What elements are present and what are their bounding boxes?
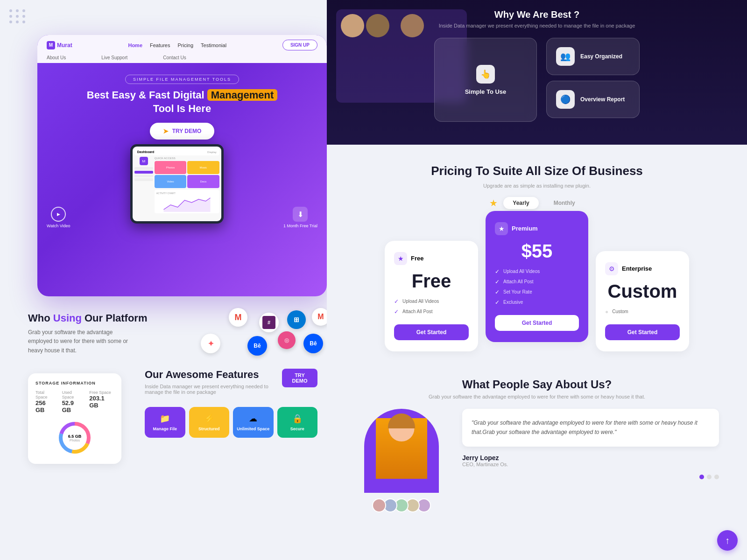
check-w-4: ✓ bbox=[495, 299, 500, 306]
nav-dot-3[interactable] bbox=[714, 475, 719, 479]
sidebar-logo: M bbox=[140, 157, 148, 165]
tab-yearly[interactable]: Yearly bbox=[503, 197, 538, 209]
free-cta-button[interactable]: Get Started bbox=[394, 324, 469, 340]
reviewer-avatars bbox=[355, 498, 448, 512]
signup-button[interactable]: SIGN UP bbox=[282, 40, 317, 50]
right-panel: Why We Are Best ? Inside Data manager we… bbox=[327, 0, 747, 560]
features-cta-button[interactable]: TRY DEMO bbox=[282, 369, 317, 387]
enterprise-cta-button[interactable]: Get Started bbox=[605, 324, 680, 340]
chevron-up-icon: ↑ bbox=[725, 535, 730, 546]
check-w-3: ✓ bbox=[495, 289, 500, 295]
behance-logo-2: Bē bbox=[303, 334, 323, 353]
features-desc: Inside Data manager we present everythin… bbox=[145, 384, 282, 395]
nav-contact[interactable]: Contact Us bbox=[163, 55, 186, 60]
why-card-organized: 👥 Easy Organized bbox=[546, 38, 640, 75]
feature-name-3: Secure bbox=[281, 427, 314, 431]
play-button[interactable]: ▶ bbox=[51, 207, 66, 222]
premium-badge: ★ Premium bbox=[495, 222, 579, 235]
person-shape bbox=[374, 418, 430, 493]
nav-about[interactable]: About Us bbox=[47, 55, 66, 60]
features-header: Our Awesome Features Inside Data manager… bbox=[145, 369, 317, 402]
arrow-icon: ➤ bbox=[163, 127, 169, 135]
nav-dot-2[interactable] bbox=[707, 475, 712, 479]
premium-features: ✓ Upload All Videos ✓ Attach All Post ✓ … bbox=[495, 268, 579, 306]
premium-feature-4: ✓ Exclusive bbox=[495, 299, 579, 306]
why-cards-right: 👥 Easy Organized 🔵 Overview Report bbox=[546, 38, 640, 122]
trial-badge: ⬇ 1 Month Free Trial bbox=[283, 207, 317, 228]
premium-cta-button[interactable]: Get Started bbox=[495, 315, 579, 331]
avatar-container bbox=[364, 409, 439, 493]
menu-item-4 bbox=[134, 178, 153, 181]
watch-video[interactable]: ▶ Watch Video bbox=[47, 207, 70, 228]
nav-pricing[interactable]: Pricing bbox=[177, 42, 193, 48]
nav-features[interactable]: Features bbox=[150, 42, 170, 48]
menu-item-3 bbox=[134, 175, 153, 177]
free-name: Free bbox=[411, 255, 423, 262]
why-card-simple: 👆 Simple To Use bbox=[434, 38, 537, 122]
used-value: 52.9 GB bbox=[62, 399, 84, 413]
tab-monthly[interactable]: Monthly bbox=[544, 197, 585, 209]
features-grid: 📁 Manage File ⚡ Structured ☁ Unlimited S… bbox=[145, 407, 317, 438]
free-icon: ★ bbox=[394, 252, 407, 265]
nav-home[interactable]: Home bbox=[128, 42, 142, 48]
feature-secure: 🔒 Secure bbox=[277, 407, 318, 438]
scroll-up-button[interactable]: ↑ bbox=[717, 530, 738, 551]
nav-testimonial[interactable]: Testimonial bbox=[201, 42, 226, 48]
star-icon: ★ bbox=[489, 197, 498, 209]
hero-title-part1: Best Easy & Fast Digital bbox=[87, 89, 204, 101]
feature-name-1: Structured bbox=[193, 427, 226, 431]
who-text: Who Using Our Platform Grab your softwar… bbox=[28, 312, 147, 355]
brand-icon: M bbox=[47, 41, 55, 49]
qa-photos: Photos bbox=[155, 161, 187, 174]
who-colored: Using bbox=[53, 312, 82, 324]
brand-logo: M Murat bbox=[47, 41, 72, 49]
features-section: Our Awesome Features Inside Data manager… bbox=[145, 369, 317, 438]
pricing-desc: Upgrade are as simple as installing new … bbox=[355, 183, 719, 189]
person-hair bbox=[388, 413, 415, 428]
mini-avatar-1 bbox=[372, 498, 386, 512]
menu-item-1 bbox=[134, 167, 153, 170]
chart-svg bbox=[156, 196, 218, 212]
testimonial-title: What People Say About Us? bbox=[355, 378, 719, 391]
nav-dots bbox=[462, 475, 719, 479]
enterprise-price: Custom bbox=[605, 281, 680, 302]
organized-label: Easy Organized bbox=[580, 53, 622, 60]
gmail-logo-1: M bbox=[229, 308, 247, 327]
report-icon: 🔵 bbox=[556, 90, 575, 109]
structured-icon: ⚡ bbox=[193, 413, 226, 424]
quote-text: "Grab your software the advantage employ… bbox=[462, 409, 719, 447]
premium-name: Premium bbox=[512, 225, 538, 232]
total-value: 256 GB bbox=[35, 399, 56, 413]
simple-label: Simple To Use bbox=[465, 88, 507, 95]
why-cards: 👆 Simple To Use 👥 Easy Organized 🔵 Overv… bbox=[327, 38, 747, 122]
why-content: Why We Are Best ? Inside Data manager we… bbox=[327, 9, 747, 122]
menu-item-2 bbox=[134, 171, 153, 174]
nav-support[interactable]: Live Support bbox=[101, 55, 127, 60]
trial-icon: ⬇ bbox=[293, 207, 308, 222]
plan-premium: ★ Premium $55 ✓ Upload All Videos ✓ Atta… bbox=[486, 211, 588, 342]
feature-unlimited: ☁ Unlimited Space bbox=[233, 407, 274, 438]
quick-grid: Photos Music Video Docs bbox=[155, 161, 219, 188]
nav-links: Home Features Pricing Testimonial bbox=[128, 42, 226, 48]
donut-center: 6.5 GB Photos bbox=[68, 434, 82, 442]
try-demo-button[interactable]: ➤ TRY DEMO bbox=[150, 123, 215, 140]
unlimited-icon: ☁ bbox=[237, 413, 270, 424]
storage-info-title: STORAGE INFORMATION bbox=[35, 381, 114, 385]
pricing-cards: ★ Free Free ✓ Upload All Videos ✓ Attach… bbox=[355, 220, 719, 351]
enterprise-features: ● Custom bbox=[605, 308, 680, 315]
donut-chart: 6.5 GB Photos bbox=[56, 419, 93, 456]
who-content: Who Using Our Platform Grab your softwar… bbox=[28, 308, 327, 359]
check-w-1: ✓ bbox=[495, 268, 500, 275]
hero-badge: SIMPLE FILE MANAGEMENT TOOLS bbox=[125, 75, 239, 84]
testimonial-text: "Grab your software the advantage employ… bbox=[462, 409, 719, 479]
storage-stats: Total Space 256 GB Used Space 52.9 GB Fr… bbox=[35, 390, 114, 413]
who-desc: Grab your software the advantage employe… bbox=[28, 328, 131, 355]
enterprise-badge: ⚙ Enterprise bbox=[605, 262, 680, 275]
why-card-report: 🔵 Overview Report bbox=[546, 81, 640, 118]
feature-manage-file: 📁 Manage File bbox=[145, 407, 185, 438]
quick-access-label: QUICK ACCESS bbox=[155, 157, 219, 160]
nav-dot-1[interactable] bbox=[699, 475, 704, 479]
qa-docs: Docs bbox=[187, 175, 219, 188]
free-features: ✓ Upload All Videos ✓ Attach All Post bbox=[394, 298, 469, 315]
free-space: Free Space 203.1 GB bbox=[89, 390, 114, 413]
